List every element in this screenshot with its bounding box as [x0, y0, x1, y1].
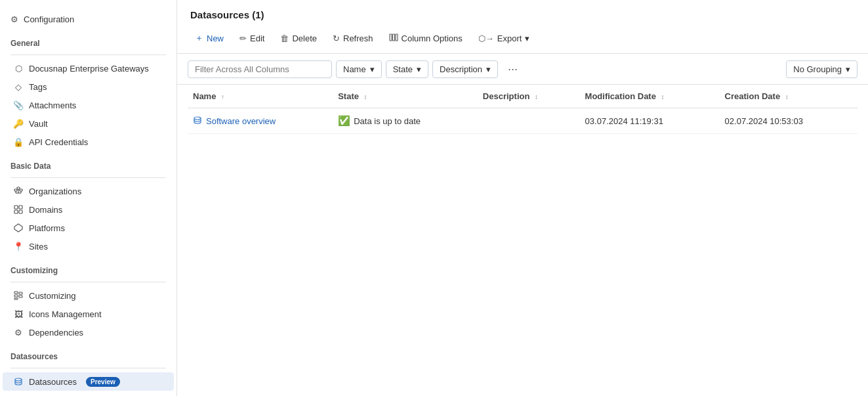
- table-row[interactable]: Software overview ✅ Data is up to date 0…: [188, 108, 858, 134]
- name-filter-dropdown[interactable]: Name ▾: [336, 60, 382, 78]
- svg-point-17: [15, 378, 22, 381]
- search-input[interactable]: [188, 60, 332, 78]
- col-creation-date[interactable]: Creation Date ↕: [720, 85, 858, 108]
- sidebar-item-vault[interactable]: 🔑 Vault: [3, 114, 174, 133]
- export-icon: ⬡→: [478, 33, 494, 43]
- column-options-label: Column Options: [402, 33, 463, 43]
- section-header-basic-data: Basic Data: [0, 156, 176, 173]
- name-filter-chevron-icon: ▾: [370, 64, 375, 74]
- configuration-icon: ⚙: [10, 14, 18, 24]
- column-options-icon: [389, 33, 398, 44]
- state-filter-label: State: [393, 64, 413, 74]
- status-text: Data is up to date: [354, 116, 421, 126]
- sidebar-item-label: Tags: [29, 82, 47, 92]
- delete-icon: 🗑: [280, 33, 289, 43]
- col-name[interactable]: Name ↑: [188, 85, 333, 108]
- row-datasource-icon: [193, 116, 202, 127]
- col-mod-date-sort-icon: ↕: [661, 93, 665, 100]
- divider: [10, 282, 166, 282]
- sidebar-item-label: Organizations: [29, 187, 81, 196]
- sidebar-item-label: API Credentials: [29, 137, 88, 147]
- sidebar-item-attachments[interactable]: 📎 Attachments: [3, 96, 174, 114]
- edit-button[interactable]: ✏ Edit: [232, 30, 272, 47]
- section-header-datasources: Datasources: [0, 347, 176, 364]
- column-options-button[interactable]: Column Options: [382, 29, 470, 48]
- icons-management-icon: 🖼: [13, 309, 24, 319]
- sidebar-item-label: Datasources: [29, 377, 77, 387]
- toolbar: ＋ New ✏ Edit 🗑 Delete ↻ Refresh Column O…: [177, 26, 868, 54]
- delete-label: Delete: [292, 33, 317, 43]
- svg-rect-0: [14, 189, 17, 191]
- sidebar-item-api-credentials[interactable]: 🔒 API Credentials: [3, 133, 174, 151]
- sidebar-title: Configuration: [24, 14, 74, 24]
- svg-rect-7: [14, 206, 18, 209]
- sidebar-item-icons-management[interactable]: 🖼 Icons Management: [3, 305, 174, 323]
- description-filter-label: Description: [440, 64, 482, 74]
- sidebar-item-domains[interactable]: Domains: [3, 200, 174, 219]
- svg-marker-11: [14, 224, 22, 232]
- customizing-icon: [13, 290, 24, 301]
- col-create-date-sort-icon: ↕: [785, 93, 789, 100]
- svg-rect-8: [19, 206, 22, 209]
- edit-icon: ✏: [239, 33, 247, 43]
- sidebar-item-dependencies[interactable]: ⚙ Dependencies: [3, 323, 174, 341]
- sidebar-item-customizing[interactable]: Customizing: [3, 286, 174, 305]
- col-modification-date[interactable]: Modification Date ↕: [580, 85, 720, 108]
- preview-badge: Preview: [86, 377, 120, 387]
- sidebar-item-label: Domains: [29, 205, 62, 215]
- row-name-link[interactable]: Software overview: [206, 116, 276, 126]
- vault-icon: 🔑: [13, 118, 24, 129]
- attachments-icon: 📎: [13, 100, 24, 110]
- col-description-sort-icon: ↕: [535, 93, 538, 100]
- page-title: Datasources (1): [177, 0, 868, 26]
- col-state-sort-icon: ↕: [364, 93, 367, 100]
- sites-icon: 📍: [13, 241, 24, 252]
- export-chevron-icon: ▾: [525, 33, 529, 43]
- sidebar-item-datasources[interactable]: Datasources Preview: [3, 372, 174, 391]
- refresh-icon: ↻: [333, 33, 340, 43]
- state-filter-dropdown[interactable]: State ▾: [386, 60, 428, 78]
- cell-description: [478, 108, 580, 134]
- sidebar-item-label: Icons Management: [29, 309, 102, 319]
- grouping-label: No Grouping: [793, 64, 842, 74]
- export-button[interactable]: ⬡→ Export ▾: [471, 30, 537, 47]
- sidebar-item-organizations[interactable]: Organizations: [3, 182, 174, 200]
- new-button[interactable]: ＋ New: [188, 28, 231, 48]
- svg-rect-13: [14, 295, 18, 297]
- cell-name: Software overview: [188, 108, 333, 134]
- sidebar-item-platforms[interactable]: Platforms: [3, 219, 174, 237]
- tags-icon: ◇: [13, 81, 24, 92]
- status-check-icon: ✅: [338, 115, 350, 127]
- refresh-button[interactable]: ↻ Refresh: [325, 30, 381, 47]
- platforms-icon: [13, 223, 24, 233]
- edit-label: Edit: [250, 33, 264, 43]
- api-credentials-icon: 🔒: [13, 137, 24, 147]
- sidebar-item-enterprise-gateways[interactable]: ⬡ Docusnap Enterprise Gateways: [3, 59, 174, 77]
- delete-button[interactable]: 🗑 Delete: [273, 30, 324, 47]
- main-content: Datasources (1) ＋ New ✏ Edit 🗑 Delete ↻ …: [177, 0, 868, 396]
- svg-rect-14: [14, 298, 18, 299]
- svg-rect-1: [17, 187, 20, 189]
- section-header-customizing: Customizing: [0, 261, 176, 278]
- sidebar-item-label: Platforms: [29, 223, 65, 233]
- sidebar-item-tags[interactable]: ◇ Tags: [3, 77, 174, 96]
- sidebar-item-label: Docusnap Enterprise Gateways: [29, 64, 149, 74]
- sidebar-item-label: Sites: [29, 242, 48, 252]
- description-filter-dropdown[interactable]: Description ▾: [432, 60, 498, 78]
- col-state[interactable]: State ↕: [333, 85, 478, 108]
- col-description[interactable]: Description ↕: [478, 85, 580, 108]
- svg-rect-15: [19, 292, 22, 294]
- cell-modification-date: 03.07.2024 11:19:31: [580, 108, 720, 134]
- datasources-table: Name ↑ State ↕ Description ↕ Modificatio…: [188, 85, 858, 134]
- svg-rect-12: [14, 292, 18, 294]
- svg-point-21: [194, 117, 201, 120]
- organizations-icon: [13, 186, 24, 196]
- new-label: New: [207, 33, 224, 43]
- sidebar-item-sites[interactable]: 📍 Sites: [3, 237, 174, 255]
- grouping-dropdown[interactable]: No Grouping ▾: [786, 60, 858, 78]
- more-filters-button[interactable]: ⋯: [502, 59, 524, 79]
- svg-rect-16: [19, 296, 22, 297]
- dependencies-icon: ⚙: [13, 327, 24, 338]
- export-label: Export: [497, 33, 522, 43]
- sidebar-item-label: Dependencies: [29, 328, 83, 338]
